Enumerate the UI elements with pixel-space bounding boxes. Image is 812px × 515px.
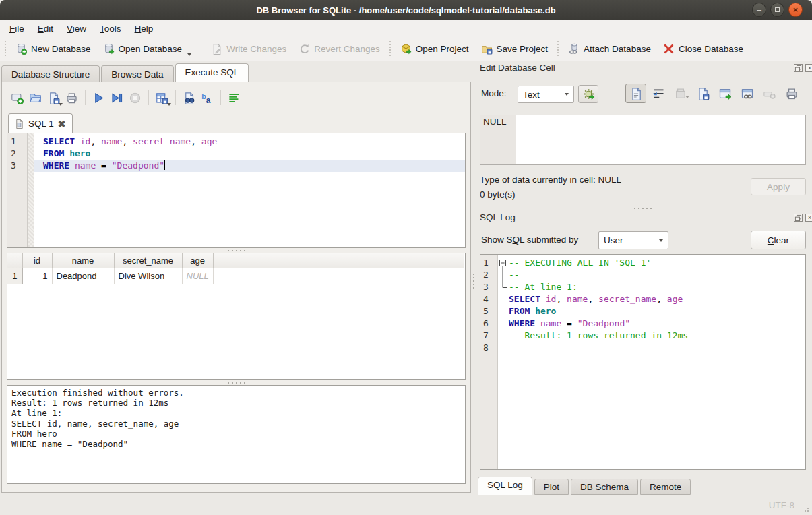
mode-select[interactable]: Text xyxy=(518,86,574,103)
sql-1-tab[interactable]: SQL 1 ✖ xyxy=(8,113,73,133)
panel-splitter[interactable] xyxy=(472,273,476,289)
log-line: WHERE name = "Deadpond" xyxy=(498,317,805,330)
word-wrap-button[interactable] xyxy=(648,84,668,103)
menu-item-view[interactable]: View xyxy=(60,22,93,35)
toolbar-button-label: Close Database xyxy=(679,44,743,54)
column-header-secret_name[interactable]: secret_name xyxy=(114,253,182,268)
column-header-name[interactable]: name xyxy=(52,253,114,268)
find-replace-icon xyxy=(183,92,195,104)
export-button[interactable] xyxy=(714,84,735,103)
print-button[interactable] xyxy=(63,89,81,107)
attach-database-button[interactable]: Attach Database xyxy=(562,38,657,59)
find-replace-button[interactable] xyxy=(180,89,198,107)
log-filter-value: User xyxy=(604,235,623,245)
result-cell[interactable]: Dive Wilson xyxy=(114,268,182,284)
cell-editor-text[interactable] xyxy=(516,115,805,164)
menu-bar: FileEditViewToolsHelp xyxy=(0,20,812,36)
float-panel-icon[interactable] xyxy=(794,214,803,222)
dock-splitter[interactable] xyxy=(480,206,806,210)
save-as-button[interactable] xyxy=(692,84,713,103)
menu-item-tools[interactable]: Tools xyxy=(93,22,128,35)
tab-database-structure[interactable]: Database Structure xyxy=(1,65,100,82)
toolbar-button-label: New Database xyxy=(31,44,91,54)
dropdown-caret-icon[interactable] xyxy=(187,53,191,56)
dock-tab-sql-log[interactable]: SQL Log xyxy=(478,477,532,495)
code-line[interactable]: FROM hero xyxy=(34,148,465,160)
new-tab-button[interactable] xyxy=(8,89,26,107)
tab-browse-data[interactable]: Browse Data xyxy=(101,65,173,82)
save-project-button[interactable]: Save Project xyxy=(475,38,555,59)
toolbar-separator xyxy=(201,40,201,57)
open-database-button[interactable]: Open Database xyxy=(97,38,198,59)
toolbar-handle[interactable] xyxy=(557,41,559,56)
row-header[interactable]: 1 xyxy=(7,268,22,284)
cell-editor[interactable]: NULL xyxy=(480,115,806,165)
open-database-icon xyxy=(103,43,115,55)
float-panel-icon[interactable] xyxy=(794,64,803,72)
dock-tab-remote[interactable]: Remote xyxy=(640,479,691,495)
toolbar-handle[interactable] xyxy=(389,41,391,56)
chevron-down-icon xyxy=(659,239,663,242)
column-header-age[interactable]: age xyxy=(182,253,213,268)
text-mode-button[interactable] xyxy=(625,84,646,103)
code-line[interactable]: WHERE name = "Deadpond" xyxy=(34,160,465,172)
main-toolbar: New DatabaseOpen DatabaseWrite ChangesRe… xyxy=(0,36,812,61)
fold-start-icon[interactable] xyxy=(498,257,509,269)
clear-log-button[interactable]: Clear xyxy=(751,231,806,249)
tab-execute-sql[interactable]: Execute SQL xyxy=(175,63,249,82)
execute-line-button[interactable] xyxy=(108,89,126,107)
chevron-down-icon xyxy=(565,93,569,96)
close-panel-icon[interactable]: × xyxy=(805,64,812,72)
dropdown-caret-icon[interactable] xyxy=(167,103,171,106)
editor-code-area[interactable]: SELECT id, name, secret_name, ageFROM he… xyxy=(34,133,465,247)
toolbar-button-label: Open Project xyxy=(416,44,469,54)
close-panel-icon[interactable]: × xyxy=(805,214,812,222)
menu-item-file[interactable]: File xyxy=(3,22,31,35)
log-line: -- EXECUTING ALL IN 'SQL 1' xyxy=(498,257,805,269)
code-line[interactable]: SELECT id, name, secret_name, age xyxy=(34,135,465,148)
toolbar-handle[interactable] xyxy=(5,41,6,56)
editor-results-splitter[interactable] xyxy=(7,249,466,253)
auto-switch-mode-button[interactable] xyxy=(578,85,598,103)
title-bar[interactable]: DB Browser for SQLite - /home/user/code/… xyxy=(0,0,812,20)
sql-editor[interactable]: 123 SELECT id, name, secret_name, ageFRO… xyxy=(7,133,466,248)
line-number: 5 xyxy=(480,305,497,317)
maximize-button[interactable] xyxy=(770,3,784,17)
results-corner-header[interactable] xyxy=(7,253,22,268)
column-header-id[interactable]: id xyxy=(22,253,52,268)
result-cell[interactable]: 1 xyxy=(22,268,52,284)
log-line: FROM hero xyxy=(498,305,805,317)
save-results-button[interactable] xyxy=(153,89,171,107)
line-number: 1 xyxy=(480,257,497,269)
new-database-button[interactable]: New Database xyxy=(9,38,97,59)
result-cell[interactable]: NULL xyxy=(182,268,213,284)
window-controls: – × xyxy=(752,3,803,17)
minimize-button[interactable]: – xyxy=(752,3,766,17)
menu-item-edit[interactable]: Edit xyxy=(31,22,60,35)
resize-grip[interactable] xyxy=(802,505,810,513)
dock-tab-db-schema[interactable]: DB Schema xyxy=(571,479,638,495)
close-button[interactable]: × xyxy=(788,3,803,17)
open-sql-button[interactable] xyxy=(26,89,44,107)
line-number: 6 xyxy=(480,317,497,330)
save-sql-button[interactable] xyxy=(44,89,63,107)
close-tab-icon[interactable]: ✖ xyxy=(58,119,66,129)
result-cell[interactable]: Deadpond xyxy=(52,268,114,284)
save-sql-icon xyxy=(47,92,60,104)
execute-all-button[interactable] xyxy=(90,89,108,107)
toolbar-button-label: Write Changes xyxy=(226,44,286,54)
open-project-icon xyxy=(400,43,412,55)
new-database-icon xyxy=(15,43,27,55)
menu-item-help[interactable]: Help xyxy=(128,22,160,35)
log-filter-select[interactable]: User xyxy=(598,231,668,249)
dropdown-caret-icon[interactable] xyxy=(59,103,63,106)
toolbar-separator xyxy=(175,90,176,105)
print-button[interactable] xyxy=(781,84,802,103)
format-sql-button[interactable] xyxy=(225,89,243,107)
open-project-button[interactable]: Open Project xyxy=(394,38,475,59)
close-database-button[interactable]: Close Database xyxy=(657,38,749,59)
log-line xyxy=(498,342,805,354)
link-button[interactable] xyxy=(737,84,757,103)
printf-button[interactable]: ba xyxy=(198,89,216,107)
dock-tab-plot[interactable]: Plot xyxy=(534,479,569,495)
